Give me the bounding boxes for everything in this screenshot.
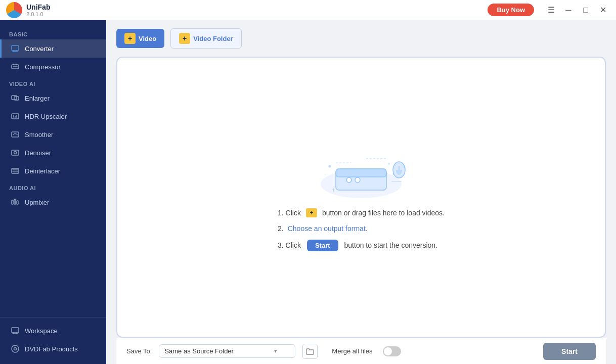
sidebar-item-label-deinterlacer: Deinterlacer — [25, 167, 60, 175]
sidebar-item-label-upmixer: Upmixer — [25, 199, 49, 206]
app-info: UniFab 2.0.1.0 — [26, 3, 50, 17]
step-1-num: 1. Click — [278, 209, 301, 217]
svg-point-20 — [329, 165, 331, 167]
illustration: + + · · — [305, 144, 417, 199]
add-video-folder-label: Video Folder — [193, 35, 233, 42]
svg-rect-17 — [336, 169, 386, 177]
sidebar-item-label-converter: Converter — [25, 45, 54, 53]
maximize-button[interactable]: □ — [579, 3, 593, 17]
smoother-icon — [11, 130, 20, 139]
sidebar-item-label-workspace: Workspace — [25, 327, 58, 335]
svg-rect-8 — [12, 168, 19, 173]
sidebar-section-videoai: Video AI — [0, 76, 106, 89]
svg-text:+: + — [332, 187, 335, 194]
step-2-num: 2. — [278, 224, 284, 233]
app-name: UniFab — [26, 3, 50, 11]
titlebar-left: UniFab 2.0.1.0 — [6, 2, 50, 18]
step-3-text: button to start the conversion. — [344, 241, 437, 249]
svg-text:·: · — [397, 187, 398, 193]
dvdfab-icon — [11, 344, 20, 353]
sidebar-item-upmixer[interactable]: Upmixer — [0, 193, 106, 211]
denoiser-icon — [11, 148, 20, 157]
svg-rect-9 — [12, 200, 13, 204]
sidebar-bottom: Workspace DVDFab Products — [0, 317, 106, 358]
instruction-step-1: 1. Click + button or drag files here to … — [278, 208, 445, 217]
upmixer-icon — [11, 198, 20, 207]
titlebar: UniFab 2.0.1.0 Buy Now ☰ ─ □ ✕ — [0, 0, 616, 20]
sidebar-item-smoother[interactable]: Smoother — [0, 125, 106, 144]
svg-rect-12 — [12, 328, 19, 333]
sidebar: Basic Converter Compressor Video AI Enla… — [0, 20, 106, 364]
svg-text:+: + — [403, 164, 406, 170]
svg-rect-0 — [12, 46, 19, 51]
svg-rect-6 — [12, 150, 19, 155]
content-area: + Video + Video Folder — [106, 20, 616, 364]
workspace-icon — [11, 326, 20, 335]
svg-point-18 — [346, 177, 351, 183]
step-2-text: Choose an output format. — [288, 224, 368, 233]
add-video-icon: + — [124, 33, 136, 44]
sidebar-item-denoiser[interactable]: Denoiser — [0, 144, 106, 162]
step-3-num: 3. Click — [278, 241, 301, 249]
buy-now-button[interactable]: Buy Now — [488, 4, 534, 16]
svg-rect-5 — [12, 132, 19, 137]
instructions: 1. Click + button or drag files here to … — [278, 208, 445, 251]
deinterlacer-icon — [11, 166, 20, 175]
converter-icon — [11, 44, 20, 53]
save-to-value: Same as Source Folder — [164, 347, 234, 355]
svg-point-23 — [383, 189, 385, 191]
svg-point-7 — [14, 152, 17, 154]
compressor-icon — [11, 62, 20, 71]
sidebar-item-compressor[interactable]: Compressor — [0, 58, 106, 76]
sidebar-section-basic: Basic — [0, 26, 106, 39]
dropdown-chevron-icon: ▾ — [274, 348, 277, 354]
menu-button[interactable]: ☰ — [544, 3, 558, 17]
svg-rect-11 — [17, 201, 18, 204]
window-controls: ☰ ─ □ ✕ — [544, 3, 610, 17]
hdr-upscaler-icon — [11, 112, 20, 121]
merge-toggle[interactable] — [383, 346, 401, 356]
minimize-button[interactable]: ─ — [561, 3, 576, 17]
step-1-text: button or drag files here to load videos… — [322, 209, 445, 217]
main-layout: Basic Converter Compressor Video AI Enla… — [0, 20, 616, 364]
start-button[interactable]: Start — [543, 343, 596, 360]
add-video-folder-button[interactable]: + Video Folder — [170, 28, 242, 49]
sidebar-item-label-denoiser: Denoiser — [25, 149, 51, 157]
svg-point-22 — [388, 163, 390, 165]
add-video-label: Video — [139, 35, 156, 42]
add-video-button[interactable]: + Video — [116, 29, 164, 48]
sidebar-item-converter[interactable]: Converter — [0, 39, 106, 58]
drop-zone[interactable]: + + · · 1. Click + button or drag files … — [116, 57, 606, 338]
sidebar-item-deinterlacer[interactable]: Deinterlacer — [0, 162, 106, 180]
sidebar-item-enlarger[interactable]: Enlarger — [0, 89, 106, 107]
toggle-knob — [384, 347, 392, 355]
sidebar-item-label-dvdfab: DVDFab Products — [25, 345, 78, 353]
sidebar-section-audioai: Audio AI — [0, 180, 106, 193]
sidebar-item-workspace[interactable]: Workspace — [0, 322, 106, 340]
sidebar-item-label-enlarger: Enlarger — [25, 95, 50, 102]
add-video-inline-icon: + — [306, 208, 317, 217]
sidebar-item-hdr-upscaler[interactable]: HDR Upscaler — [0, 107, 106, 125]
start-inline-btn: Start — [307, 240, 338, 251]
sidebar-item-label-compressor: Compressor — [25, 63, 61, 71]
close-button[interactable]: ✕ — [596, 3, 610, 17]
toolbar: + Video + Video Folder — [116, 28, 606, 49]
titlebar-right: Buy Now ☰ ─ □ ✕ — [488, 3, 610, 17]
instruction-step-2: 2. Choose an output format. — [278, 224, 445, 233]
enlarger-icon — [11, 94, 20, 103]
add-folder-icon: + — [179, 33, 190, 44]
instruction-step-3: 3. Click Start button to start the conve… — [278, 240, 445, 251]
merge-all-label: Merge all files — [332, 347, 372, 355]
save-to-label: Save To: — [126, 347, 152, 355]
svg-rect-10 — [14, 199, 16, 204]
app-logo-icon — [6, 2, 22, 18]
svg-point-13 — [12, 345, 19, 352]
svg-text:·: · — [325, 172, 326, 177]
browse-folder-button[interactable] — [302, 344, 318, 359]
bottom-bar: Save To: Same as Source Folder ▾ Merge a… — [116, 338, 606, 364]
svg-point-14 — [14, 348, 17, 350]
sidebar-item-dvdfab[interactable]: DVDFab Products — [0, 340, 106, 358]
sidebar-item-label-hdr-upscaler: HDR Upscaler — [25, 113, 67, 120]
save-to-dropdown[interactable]: Same as Source Folder ▾ — [159, 344, 295, 358]
sidebar-item-label-smoother: Smoother — [25, 131, 53, 139]
